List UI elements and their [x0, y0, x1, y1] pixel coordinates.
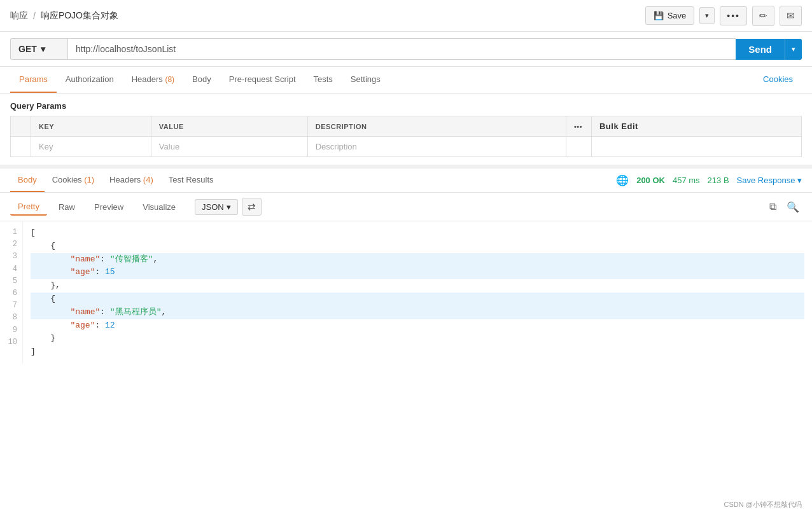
- request-tabs-bar: Params Authorization Headers (8) Body Pr…: [0, 67, 812, 93]
- query-params-title: Query Params: [10, 101, 802, 111]
- code-line-4: "age": 15: [31, 266, 804, 279]
- tab-params[interactable]: Params: [10, 67, 57, 93]
- line-num-1: 1: [8, 226, 17, 239]
- comment-button[interactable]: ✉: [780, 6, 802, 26]
- code-area: 1 2 3 4 5 6 7 8 9 10 [ { "name": "传智播客",…: [0, 221, 812, 364]
- col-description: DESCRIPTION: [307, 116, 566, 137]
- url-input[interactable]: [67, 38, 736, 60]
- tab-headers[interactable]: Headers (8): [123, 67, 183, 93]
- key-placeholder[interactable]: Key: [31, 137, 151, 157]
- wrap-button[interactable]: ⇄: [242, 198, 262, 216]
- resp-tab-test-results[interactable]: Test Results: [161, 169, 221, 192]
- globe-icon: 🌐: [616, 174, 629, 186]
- status-ok: 200 OK: [636, 176, 665, 185]
- col-value: VALUE: [151, 116, 307, 137]
- fmt-tab-preview[interactable]: Preview: [87, 199, 131, 215]
- status-time: 457 ms: [673, 176, 700, 185]
- code-line-1: [: [31, 226, 804, 240]
- fmt-tab-pretty[interactable]: Pretty: [10, 198, 47, 216]
- line-num-3: 3: [8, 251, 17, 263]
- col-bulk: Bulk Edit: [591, 116, 801, 137]
- line-num-5: 5: [8, 275, 17, 287]
- code-line-2: {: [31, 240, 804, 253]
- json-arrow: ▾: [227, 202, 231, 212]
- fmt-tab-visualize[interactable]: Visualize: [135, 199, 183, 215]
- line-num-10: 10: [8, 336, 17, 349]
- save-button[interactable]: 💾 Save: [645, 6, 695, 25]
- save-response-button[interactable]: Save Response ▾: [737, 176, 802, 185]
- code-line-6: {: [31, 293, 804, 306]
- value-placeholder[interactable]: Value: [151, 137, 307, 157]
- more-options-button[interactable]: •••: [720, 6, 747, 25]
- code-line-8: "age": 12: [31, 319, 804, 333]
- response-status-bar: 🌐 200 OK 457 ms 213 B Save Response ▾: [616, 174, 802, 186]
- code-line-10: ]: [31, 345, 804, 359]
- save-icon: 💾: [654, 11, 664, 20]
- resp-tab-headers[interactable]: Headers (4): [102, 169, 161, 192]
- tab-pre-request-script[interactable]: Pre-request Script: [220, 67, 305, 93]
- line-num-9: 9: [8, 324, 17, 336]
- json-label: JSON: [202, 202, 224, 212]
- send-group: Send ▾: [736, 39, 802, 60]
- col-key: KEY: [31, 116, 151, 137]
- bulk-edit-button[interactable]: Bulk Edit: [599, 121, 638, 131]
- save-dropdown-button[interactable]: ▾: [699, 7, 715, 24]
- edit-button[interactable]: ✏: [752, 6, 774, 26]
- search-button[interactable]: 🔍: [784, 198, 802, 216]
- tab-settings[interactable]: Settings: [342, 67, 389, 93]
- tab-cookies[interactable]: Cookies: [754, 67, 802, 93]
- line-num-6: 6: [8, 287, 17, 300]
- code-content: [ { "name": "传智播客", "age": 15 }, { "name…: [23, 221, 812, 364]
- send-button[interactable]: Send: [736, 39, 785, 60]
- breadcrumb-separator: /: [33, 11, 36, 21]
- copy-button[interactable]: ⧉: [767, 198, 779, 216]
- method-select[interactable]: GET ▾: [10, 38, 67, 60]
- code-line-5: },: [31, 279, 804, 293]
- line-num-4: 4: [8, 263, 17, 275]
- top-actions: 💾 Save ▾ ••• ✏ ✉: [645, 6, 802, 26]
- json-format-select[interactable]: JSON ▾: [195, 199, 238, 215]
- breadcrumb: 响应 / 响应POJO集合对象: [10, 10, 118, 22]
- send-dropdown-button[interactable]: ▾: [785, 39, 802, 60]
- table-row: Key Value Description: [11, 137, 802, 157]
- tab-authorization[interactable]: Authorization: [57, 67, 123, 93]
- status-size: 213 B: [708, 176, 729, 185]
- format-bar: Pretty Raw Preview Visualize JSON ▾ ⇄ ⧉ …: [0, 193, 812, 221]
- line-num-7: 7: [8, 300, 17, 312]
- tab-tests[interactable]: Tests: [305, 67, 342, 93]
- code-line-7: "name": "黑马程序员",: [31, 306, 804, 319]
- tab-body[interactable]: Body: [183, 67, 220, 93]
- breadcrumb-current: 响应POJO集合对象: [41, 10, 118, 22]
- resp-tab-body[interactable]: Body: [10, 169, 45, 192]
- request-bar: GET ▾ Send ▾: [0, 32, 812, 67]
- line-num-2: 2: [8, 239, 17, 251]
- top-bar: 响应 / 响应POJO集合对象 💾 Save ▾ ••• ✏ ✉: [0, 0, 812, 32]
- query-params-section: Query Params KEY VALUE DESCRIPTION ••• B…: [0, 93, 812, 157]
- description-placeholder[interactable]: Description: [307, 137, 566, 157]
- format-right-actions: ⧉ 🔍: [767, 198, 802, 216]
- col-actions: •••: [566, 116, 591, 137]
- code-line-9: }: [31, 332, 804, 345]
- code-line-3: "name": "传智播客",: [31, 253, 804, 266]
- line-numbers: 1 2 3 4 5 6 7 8 9 10: [0, 221, 23, 364]
- fmt-tab-raw[interactable]: Raw: [51, 199, 83, 215]
- code-area-scroll[interactable]: 1 2 3 4 5 6 7 8 9 10 [ { "name": "传智播客",…: [0, 221, 812, 364]
- params-table: KEY VALUE DESCRIPTION ••• Bulk Edit Key …: [10, 116, 802, 157]
- response-bar: Body Cookies (1) Headers (4) Test Result…: [0, 169, 812, 193]
- breadcrumb-parent: 响应: [10, 10, 28, 22]
- resp-tab-cookies[interactable]: Cookies (1): [45, 169, 102, 192]
- line-num-8: 8: [8, 312, 17, 324]
